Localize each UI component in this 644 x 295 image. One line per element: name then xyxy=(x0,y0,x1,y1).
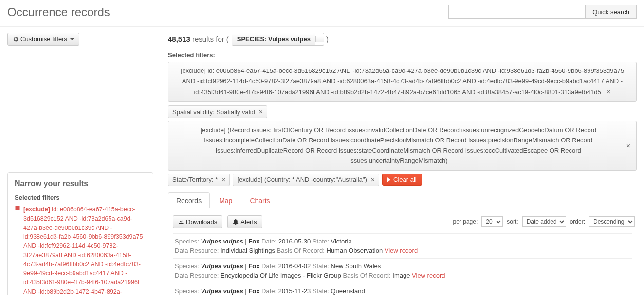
filter-country: [exclude] (Country: * AND -country:"Aust… xyxy=(233,174,379,186)
date-value: 2016-05-30 xyxy=(278,238,311,245)
bell-icon xyxy=(233,219,239,225)
close-paren: ) xyxy=(326,35,329,43)
tab-records[interactable]: Records xyxy=(168,192,210,208)
state-value: New South Wales xyxy=(331,262,381,270)
gear-icon xyxy=(13,36,18,42)
alerts-label: Alerts xyxy=(240,218,257,226)
side-filter-item[interactable]: [exclude] id: e006b864-ea67-415a-becc-3d… xyxy=(15,205,146,295)
species-label: Species: xyxy=(175,262,199,270)
record-row: Species: Vulpes vulpes | Fox Date: 2015-… xyxy=(173,283,632,295)
date-label: Date: xyxy=(261,238,276,245)
toolbar: Downloads Alerts per page: 20 sort: Date… xyxy=(168,208,637,233)
common-name: Fox xyxy=(248,262,259,270)
search-input[interactable] xyxy=(449,5,585,18)
species-label: Species: xyxy=(175,238,199,245)
date-value: 2016-04-02 xyxy=(278,262,311,270)
page-title: Occurrence records xyxy=(7,5,110,19)
basis-value: Image xyxy=(392,272,410,279)
state-value: Victoria xyxy=(331,238,352,245)
alerts-button[interactable]: Alerts xyxy=(227,215,262,228)
results-summary: 48,513 results for ( SPECIES: Vulpes vul… xyxy=(168,33,637,46)
selected-filters-label: Selected filters: xyxy=(168,52,637,59)
narrow-title: Narrow your results xyxy=(15,179,146,188)
filter-exclude-issues: [exclude] (Record issues: firstOfCentury… xyxy=(168,121,637,170)
filter-text: [exclude] (Country: * AND -country:"Aust… xyxy=(237,176,367,183)
view-record-link[interactable]: View record xyxy=(412,272,445,279)
common-name: Fox xyxy=(248,238,259,245)
resource-value: Individual Sightings xyxy=(221,247,275,254)
resource-value: Encyclopedia Of Life Images - Flickr Gro… xyxy=(221,272,341,279)
species-name: Vulpes vulpes xyxy=(201,262,243,270)
common-name: Fox xyxy=(248,287,259,295)
resource-label: Data Resource: xyxy=(175,272,219,279)
downloads-label: Downloads xyxy=(186,218,217,226)
chevron-down-icon xyxy=(70,38,74,40)
species-name: Vulpes vulpes xyxy=(201,287,243,295)
state-label: State: xyxy=(313,287,329,295)
tab-map[interactable]: Map xyxy=(211,192,240,208)
state-label: State: xyxy=(313,238,329,245)
date-value: 2015-11-23 xyxy=(278,287,311,295)
results-for-text: results for xyxy=(192,35,224,43)
side-filter-exclude-prefix: [exclude] xyxy=(23,206,50,213)
state-label: State: xyxy=(313,262,329,270)
sort-label: sort: xyxy=(507,218,518,225)
per-page-select[interactable]: 20 xyxy=(481,216,503,227)
species-drop-toggle[interactable] xyxy=(315,36,324,42)
state-value: Queensland xyxy=(331,287,365,295)
filter-text: [exclude] (Record issues: firstOfCentury… xyxy=(174,125,623,166)
view-record-link[interactable]: View record xyxy=(385,247,418,254)
basis-label: Basis Of Record: xyxy=(343,272,390,279)
tabs: Records Map Charts xyxy=(168,192,637,208)
side-filter-text: id: e006b864-ea67-415a-becc-3d516829c152… xyxy=(23,206,144,295)
filter-state: State/Territory: * × xyxy=(168,174,230,186)
close-icon[interactable]: × xyxy=(607,88,610,96)
checked-icon xyxy=(15,205,20,295)
date-label: Date: xyxy=(261,287,276,295)
clear-all-button[interactable]: Clear all xyxy=(382,174,422,186)
resource-label: Data Resource: xyxy=(175,247,219,254)
species-label: SPECIES: Vulpes vulpes xyxy=(232,33,315,45)
download-icon xyxy=(178,219,184,225)
clear-all-label: Clear all xyxy=(393,176,417,183)
open-paren: ( xyxy=(226,35,229,43)
basis-value: Human Observation xyxy=(327,247,383,254)
filter-text: State/Territory: * xyxy=(172,176,218,183)
record-row: Species: Vulpes vulpes | Fox Date: 2016-… xyxy=(173,258,632,283)
basis-label: Basis Of Record: xyxy=(277,247,325,254)
narrow-results-panel: Narrow your results Selected filters [ex… xyxy=(7,172,153,295)
results-count: 48,513 xyxy=(168,35,190,43)
customise-filters-button[interactable]: Customise filters xyxy=(7,33,79,46)
filter-text: Spatial validity: Spatially valid xyxy=(172,108,255,116)
sort-select[interactable]: Date added xyxy=(522,216,566,227)
chevron-right-icon xyxy=(387,177,391,182)
order-select[interactable]: Descending xyxy=(589,216,635,227)
close-icon[interactable]: × xyxy=(626,140,630,151)
close-icon[interactable]: × xyxy=(259,108,263,116)
record-row: Species: Vulpes vulpes | Fox Date: 2016-… xyxy=(173,233,632,258)
species-label: Species: xyxy=(175,287,199,295)
filter-text: [exclude] id: e006b864-ea67-415a-becc-3d… xyxy=(181,67,624,96)
side-selected-filters-label: Selected filters xyxy=(15,194,146,201)
filter-spatial: Spatial validity: Spatially valid × xyxy=(168,105,267,118)
close-icon[interactable]: × xyxy=(221,176,225,184)
quick-search-button[interactable]: Quick search xyxy=(585,5,636,18)
filter-exclude-ids: [exclude] id: e006b864-ea67-415a-becc-3d… xyxy=(168,62,637,102)
close-icon[interactable]: × xyxy=(371,176,375,184)
order-label: order: xyxy=(570,218,585,225)
species-dropdown[interactable]: SPECIES: Vulpes vulpes xyxy=(232,33,324,46)
customise-filters-label: Customise filters xyxy=(20,35,67,43)
downloads-button[interactable]: Downloads xyxy=(173,215,222,228)
per-page-label: per page: xyxy=(453,218,478,225)
tab-charts[interactable]: Charts xyxy=(241,192,278,208)
species-name: Vulpes vulpes xyxy=(201,238,243,245)
quick-search: Quick search xyxy=(448,5,637,19)
date-label: Date: xyxy=(261,262,276,270)
